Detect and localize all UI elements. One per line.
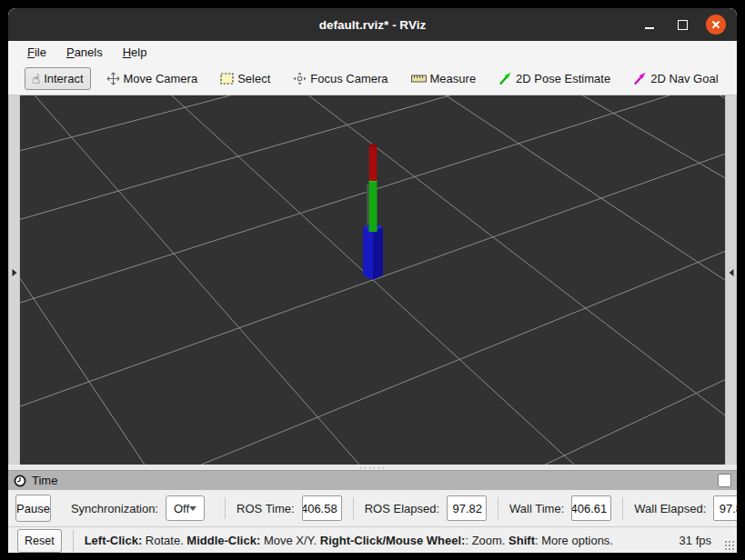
robot-link-red xyxy=(369,145,377,181)
menu-file[interactable]: File xyxy=(19,44,55,61)
window-resize-grip[interactable] xyxy=(724,540,735,551)
left-panel-splitter[interactable] xyxy=(8,95,20,465)
wall-time-label: Wall Time: xyxy=(509,502,564,515)
time-panel-body: Pause Synchronization: Off ROS Time: 406… xyxy=(8,490,737,526)
clock-icon xyxy=(14,475,26,487)
sync-dropdown-value: Off xyxy=(174,502,189,515)
time-panel-title: Time xyxy=(32,474,57,487)
ros-time-label: ROS Time: xyxy=(237,502,295,515)
toolbar-overflow-button[interactable]: » xyxy=(734,71,737,86)
select-tool-button[interactable]: Select xyxy=(213,67,277,90)
wall-elapsed-label: Wall Elapsed: xyxy=(634,502,706,515)
chevron-down-icon xyxy=(189,506,196,511)
title-bar[interactable]: default.rviz* - RViz xyxy=(8,8,737,41)
fps-counter: 31 fps xyxy=(680,534,728,547)
move-camera-icon xyxy=(106,72,120,85)
ruler-icon xyxy=(411,75,427,83)
expand-right-panel-icon xyxy=(729,269,733,276)
wall-time-field[interactable]: 406.61 xyxy=(571,495,611,521)
render-canvas xyxy=(20,95,725,465)
panel-float-button[interactable] xyxy=(718,474,731,487)
robot-link-green xyxy=(369,181,378,232)
window-controls xyxy=(640,15,737,35)
rviz-window: { "window": { "title": "default.rviz* - … xyxy=(0,0,745,560)
maximize-button[interactable] xyxy=(673,15,691,34)
main-row xyxy=(8,95,737,465)
pose-arrow-icon xyxy=(498,72,512,85)
splitter-grip-icon xyxy=(358,466,388,469)
maximize-icon xyxy=(678,20,688,30)
menu-panels[interactable]: Panels xyxy=(58,44,111,61)
hand-icon: ☝ xyxy=(32,73,40,85)
ros-elapsed-label: ROS Elapsed: xyxy=(365,502,439,515)
expand-left-panel-icon xyxy=(12,269,16,276)
right-panel-splitter[interactable] xyxy=(725,95,737,465)
menu-help[interactable]: Help xyxy=(115,44,156,61)
mouse-hints: Left-Click: Rotate. Middle-Click: Move X… xyxy=(85,534,613,547)
reset-button[interactable]: Reset xyxy=(17,529,62,553)
nav-goal-arrow-icon xyxy=(633,72,647,85)
minimize-icon xyxy=(645,27,654,29)
move-camera-tool-button[interactable]: Move Camera xyxy=(99,67,206,90)
menu-bar: File Panels Help xyxy=(8,41,737,63)
time-panel-header[interactable]: Time xyxy=(8,470,737,490)
nav-goal-tool-button[interactable]: 2D Nav Goal xyxy=(626,67,725,90)
minimize-button[interactable] xyxy=(640,15,659,34)
ros-elapsed-field[interactable]: 97.82 xyxy=(447,495,487,521)
app-window: default.rviz* - RViz File Panels Help ☝ … xyxy=(8,8,737,553)
ros-time-field[interactable]: 406.58 xyxy=(302,495,342,521)
robot-base-right xyxy=(373,227,383,280)
pose-estimate-tool-button[interactable]: 2D Pose Estimate xyxy=(491,67,618,90)
status-bar: Reset Left-Click: Rotate. Middle-Click: … xyxy=(8,526,737,553)
wall-elapsed-field[interactable]: 97.82 xyxy=(713,495,737,521)
3d-viewport[interactable] xyxy=(20,95,725,465)
focus-camera-icon xyxy=(293,72,307,85)
focus-camera-tool-button[interactable]: Focus Camera xyxy=(286,67,395,90)
window-title: default.rviz* - RViz xyxy=(8,18,737,32)
robot-base-left xyxy=(363,227,373,280)
close-button[interactable] xyxy=(706,15,726,35)
robot-link-red-cap xyxy=(369,144,377,146)
interact-tool-button[interactable]: ☝ Interact xyxy=(25,67,91,90)
tool-bar: ☝ Interact Move Camera Select xyxy=(8,63,737,95)
select-box-icon xyxy=(220,73,234,85)
sync-dropdown[interactable]: Off xyxy=(166,495,205,521)
sync-label: Synchronization: xyxy=(71,502,158,515)
measure-tool-button[interactable]: Measure xyxy=(404,67,484,90)
pause-button[interactable]: Pause xyxy=(15,495,51,522)
